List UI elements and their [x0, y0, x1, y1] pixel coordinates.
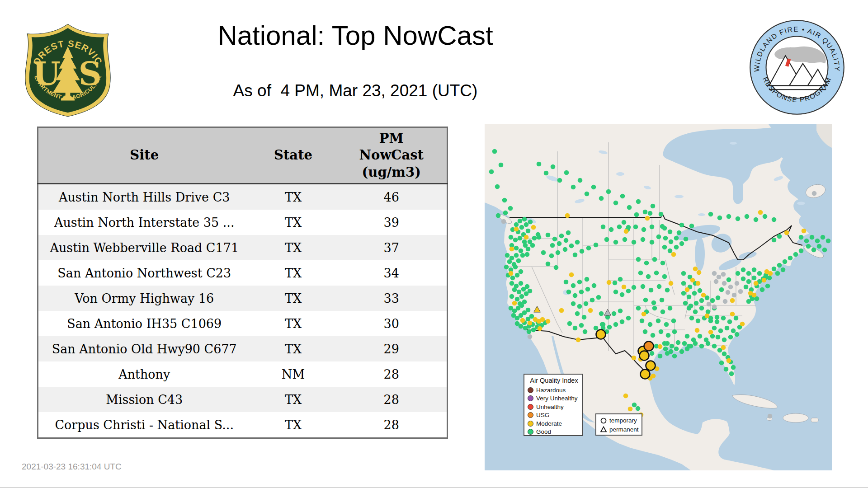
monitor-dot-good	[613, 281, 618, 286]
monitor-dot-good	[512, 287, 517, 292]
monitor-dot-good	[679, 241, 684, 246]
monitor-dot-good	[513, 238, 518, 243]
monitor-dot-good	[731, 328, 736, 333]
monitor-dot-good	[528, 220, 533, 225]
monitor-dot-good	[502, 198, 507, 203]
monitor-dot-good	[557, 241, 562, 246]
monitor-dot-good	[505, 253, 510, 258]
monitor-dot-good	[719, 361, 724, 366]
monitor-dot-good	[660, 310, 665, 314]
monitor-dot-good	[525, 284, 530, 289]
value-cell: 29	[336, 336, 448, 361]
monitor-dot-good	[550, 243, 555, 248]
site-cell: Austin North Interstate 35 ...	[38, 210, 250, 235]
monitor-dot-good	[623, 237, 627, 242]
permanent-triangle-icon	[600, 426, 607, 433]
monitor-dot-good	[684, 237, 689, 242]
monitor-dot-no_data	[726, 290, 731, 295]
monitor-dot-good	[514, 222, 519, 227]
monitor-dot-no_data	[707, 302, 712, 307]
monitor-dot-good	[620, 194, 625, 199]
monitor-dot-no_data	[714, 279, 719, 284]
monitor-dot-good	[632, 285, 637, 290]
monitor-dot-good	[613, 240, 618, 245]
monitor-dot-good	[528, 289, 533, 294]
state-cell: TX	[250, 210, 336, 235]
svg-text:S: S	[79, 55, 102, 93]
monitor-dot-good	[516, 258, 521, 263]
monitor-dot-good	[659, 212, 664, 217]
monitor-dot-good	[646, 274, 651, 279]
monitor-dot-good	[708, 212, 713, 217]
table-row: Austin North Interstate 35 ...TX39	[38, 210, 448, 235]
monitor-dot-good	[777, 263, 782, 268]
monitor-dot-good	[722, 338, 727, 343]
value-cell: 28	[336, 412, 448, 438]
monitor-dot-moderate	[695, 328, 700, 333]
value-cell: 39	[336, 210, 448, 235]
monitor-dot-no_data	[738, 289, 743, 294]
monitor-dot-good	[641, 284, 646, 289]
monitor-dot-good	[571, 283, 576, 288]
monitor-dot-good	[650, 351, 655, 356]
monitor-dot-moderate	[730, 312, 735, 317]
monitor-dot-good	[495, 184, 500, 189]
monitor-dot-good	[592, 283, 597, 288]
monitor-dot-good	[657, 284, 662, 289]
monitor-dot-good	[626, 316, 631, 321]
monitor-dot-good	[687, 295, 692, 300]
monitor-dot-good	[579, 323, 584, 328]
monitor-dot-good	[706, 341, 711, 346]
wfaqrp-logo-icon: WILDLAND FIRE • AIR QUALITY RESPONSE PRO…	[749, 19, 845, 116]
monitor-dot-no_data	[723, 299, 728, 304]
monitor-dot-good	[620, 292, 625, 297]
top-site-marker-moderate	[640, 351, 649, 361]
monitor-dot-good	[622, 220, 627, 225]
monitor-dot-moderate	[645, 216, 650, 221]
aqi-map: Air Quality Index HazardousVery Unhealth…	[485, 124, 832, 470]
state-cell: TX	[250, 260, 336, 286]
monitor-dot-good	[524, 222, 529, 227]
monitor-dot-moderate	[726, 358, 731, 363]
monitor-dot-good	[777, 234, 782, 239]
monitor-dot-good	[618, 309, 623, 314]
monitor-dot-good	[676, 340, 681, 345]
monitor-dot-moderate	[520, 318, 525, 323]
monitor-dot-good	[636, 306, 641, 311]
monitor-dot-moderate	[754, 281, 759, 286]
monitor-dot-good	[606, 189, 611, 194]
monitor-dot-good	[674, 245, 679, 250]
good-swatch-icon	[528, 429, 533, 435]
monitor-dot-good	[718, 328, 723, 333]
monitor-dot-good	[652, 257, 657, 262]
monitor-dot-good	[617, 225, 622, 230]
monitor-dot-good	[662, 226, 667, 231]
monitor-dot-good	[626, 289, 631, 294]
table-row: Mission C43TX28	[38, 387, 448, 412]
monitor-dot-good	[716, 296, 721, 300]
top-site-marker-moderate	[596, 330, 606, 339]
monitor-dot-moderate	[705, 314, 710, 319]
monitor-dot-good	[613, 322, 618, 327]
monitor-dot-moderate	[565, 213, 570, 218]
monitor-dot-good	[641, 237, 646, 242]
aqi-legend-label: Unhealthy	[536, 404, 564, 410]
monitor-dot-moderate	[607, 280, 612, 285]
value-cell: 46	[336, 184, 448, 210]
marker-type-legend: temporary permanent	[595, 413, 642, 436]
monitor-dot-good	[772, 238, 777, 243]
monitor-dot-moderate	[658, 344, 663, 349]
aqi-legend-items: HazardousVery UnhealthyUnhealthyUSGModer…	[528, 386, 582, 436]
monitor-dot-good	[519, 294, 524, 299]
monitor-dot-good	[532, 236, 537, 241]
state-cell: TX	[250, 412, 336, 438]
monitor-dot-good	[599, 196, 604, 201]
monitor-dot-good	[638, 271, 643, 276]
monitor-dot-good	[746, 299, 751, 304]
monitor-dot-good	[613, 201, 618, 206]
monitor-dot-good	[671, 319, 676, 324]
monitor-dot-moderate	[622, 285, 627, 290]
monitor-dot-good	[726, 277, 731, 282]
site-cell: Corpus Christi - National S...	[38, 412, 250, 438]
monitor-dot-good	[683, 301, 688, 306]
